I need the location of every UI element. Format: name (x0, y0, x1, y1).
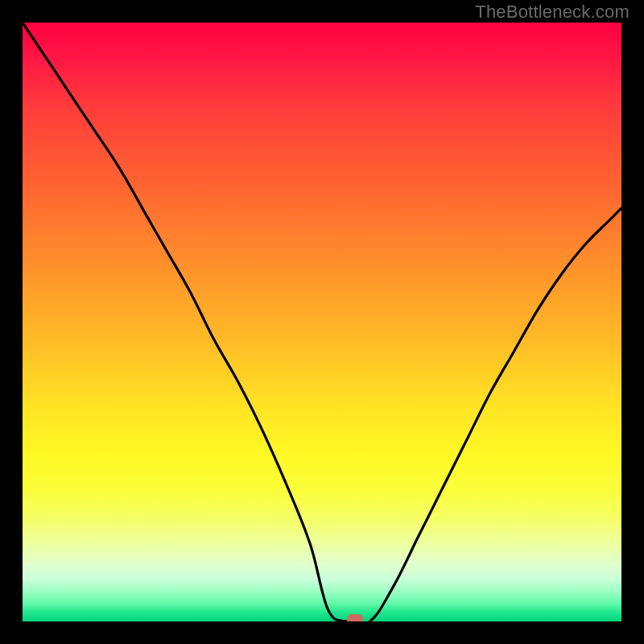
plot-area (23, 23, 621, 621)
chart-frame: TheBottleneck.com (0, 0, 644, 644)
bottleneck-curve (23, 23, 621, 621)
curve-path (23, 23, 621, 621)
optimal-point-marker (347, 614, 363, 621)
watermark-text: TheBottleneck.com (475, 2, 630, 23)
